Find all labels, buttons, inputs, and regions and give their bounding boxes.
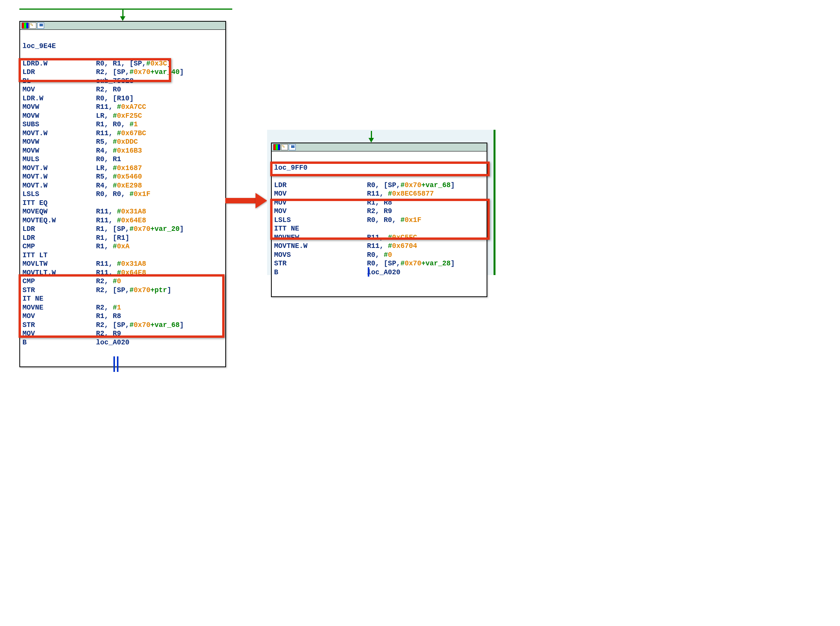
operands: R11, #0x8EC65877 <box>367 189 434 198</box>
mnemonic: MOVNE <box>22 303 96 312</box>
operands: R1, #0xA <box>96 242 129 251</box>
asm-line: MOVTLT.WR11, #0x64E8 <box>22 268 223 277</box>
mnemonic: MOVT.W <box>22 172 96 181</box>
asm-line: MOVSR0, #0 <box>274 251 484 260</box>
asm-line: MOVNEWR11, #0xC5FC <box>274 233 484 242</box>
asm-line: MOVR2, R9 <box>274 207 484 216</box>
mnemonic: MOVW <box>22 138 96 146</box>
block-label: loc_9E4E <box>22 42 56 51</box>
mnemonic: LDR.W <box>22 94 96 103</box>
asm-line: IT NE <box>22 294 223 303</box>
asm-line: ITT LT <box>22 251 223 260</box>
mnemonic: LDR <box>22 225 96 234</box>
mnemonic: LDRD.W <box>22 59 96 68</box>
asm-line: MOVT.WR4, #0xE298 <box>22 181 223 190</box>
operands: R1, R8 <box>367 198 392 207</box>
operands: loc_A020 <box>96 338 129 347</box>
basic-block-left[interactable]: loc_9E4E LDRD.WR0, R1, [SP,#0x3C]LDRR2, … <box>19 21 226 367</box>
asm-line: MOVNER2, #1 <box>22 303 223 312</box>
operands: R2, [SP,#0x70+var_40] <box>96 68 184 77</box>
mnemonic: MOV <box>22 85 96 94</box>
asm-line: MOVR1, R8 <box>274 198 484 207</box>
link-arrow-icon <box>225 193 268 208</box>
edge-arrowhead-icon <box>369 138 374 143</box>
asm-line: ITT EQ <box>22 199 223 208</box>
block-code: loc_9E4E LDRD.WR0, R1, [SP,#0x3C]LDRR2, … <box>20 30 225 366</box>
operands: R2, R0 <box>96 85 121 94</box>
operands: R0, #0 <box>367 251 392 260</box>
asm-line: LDR.WR0, [R10] <box>22 94 223 103</box>
operands: R5, #0xDDC <box>96 138 138 146</box>
mnemonic: STR <box>22 286 96 295</box>
mnemonic: LDR <box>22 68 96 77</box>
asm-line: Bloc_A020 <box>22 338 223 347</box>
operands: R11, #0x31A8 <box>96 260 146 268</box>
mnemonic: LDR <box>22 234 96 242</box>
operands: R11, #0x31A8 <box>96 207 146 216</box>
edit-icon[interactable] <box>281 144 288 150</box>
asm-line: MULSR0, R1 <box>22 155 223 164</box>
operands: R0, [SP,#0x70+var_68] <box>367 181 455 190</box>
operands: LR, #0x1687 <box>96 164 142 173</box>
operands: R11, #0x67BC <box>96 129 146 138</box>
asm-line: STRR2, [SP,#0x70+var_68] <box>22 321 223 330</box>
window-icon[interactable] <box>289 144 296 150</box>
asm-line: MOVR2, R9 <box>22 329 223 338</box>
asm-line: MOVR11, #0x8EC65877 <box>274 189 484 198</box>
operands: R1, [SP,#0x70+var_20] <box>96 225 184 234</box>
asm-line: SUBSR1, R0, #1 <box>22 120 223 129</box>
edge-arrowhead-icon <box>120 16 125 21</box>
mnemonic: MOVNEW <box>274 233 367 242</box>
mnemonic: MOV <box>22 312 96 321</box>
operands: R1, [R1] <box>96 234 129 242</box>
basic-block-right[interactable]: loc_9FF0 LDRR0, [SP,#0x70+var_68]MOVR11,… <box>271 143 487 297</box>
window-icon[interactable] <box>37 22 44 29</box>
block-toolbar <box>272 143 487 151</box>
edge-segment-blue <box>113 356 115 372</box>
operands: R11, #0xA7CC <box>96 103 146 112</box>
operands: R11, #0x6704 <box>367 242 417 251</box>
block-toolbar <box>20 22 225 30</box>
asm-line: Bloc_A020 <box>274 268 484 277</box>
mnemonic: LSLS <box>274 216 367 225</box>
asm-line: LDRR2, [SP,#0x70+var_40] <box>22 68 223 77</box>
edge-segment <box>494 130 495 275</box>
mnemonic: STR <box>274 259 367 268</box>
mnemonic: MOV <box>274 189 367 198</box>
mnemonic: MOVTNE.W <box>274 242 367 251</box>
mnemonic: SUBS <box>22 120 96 129</box>
operands: loc_A020 <box>367 268 400 277</box>
asm-line: MOVWR5, #0xDDC <box>22 138 223 146</box>
asm-line: LSLSR0, R0, #0x1F <box>22 190 223 199</box>
operands: R0, [R10] <box>96 94 134 103</box>
edge-segment-blue <box>117 356 118 372</box>
mnemonic: MOVT.W <box>22 181 96 190</box>
mnemonic: CMP <box>22 242 96 251</box>
operands: R0, [SP,#0x70+var_28] <box>367 259 455 268</box>
asm-line: STRR0, [SP,#0x70+var_28] <box>274 259 484 268</box>
edge-segment-blue <box>368 267 369 277</box>
operands: sub_753E8 <box>96 77 134 86</box>
color-palette-icon[interactable] <box>22 22 29 29</box>
mnemonic: MOVT.W <box>22 129 96 138</box>
asm-line: MOVT.WR5, #0x5460 <box>22 172 223 181</box>
operands: LR, #0xF25C <box>96 112 142 120</box>
asm-line: LDRD.WR0, R1, [SP,#0x3C] <box>22 59 223 68</box>
operands: R1, R8 <box>96 312 121 321</box>
asm-line: MOVT.WR11, #0x67BC <box>22 129 223 138</box>
operands: R2, [SP,#0x70+var_68] <box>96 321 184 330</box>
mnemonic: MOVEQW <box>22 207 96 216</box>
mnemonic: MOVT.W <box>22 164 96 173</box>
operands: R0, R1, [SP,#0x3C] <box>96 59 171 68</box>
asm-line: CMPR1, #0xA <box>22 242 223 251</box>
disasm-graph: loc_9E4E LDRD.WR0, R1, [SP,#0x3C]LDRR2, … <box>8 8 511 414</box>
operands: R5, #0x5460 <box>96 172 142 181</box>
color-palette-icon[interactable] <box>273 144 280 150</box>
edit-icon[interactable] <box>29 22 36 29</box>
mnemonic: MOVW <box>22 112 96 120</box>
asm-line: LDRR1, [R1] <box>22 234 223 242</box>
operands: R4, #0x16B3 <box>96 146 142 155</box>
mnemonic: ITT NE <box>274 224 367 233</box>
mnemonic: MOVW <box>22 146 96 155</box>
asm-line: STRR2, [SP,#0x70+ptr] <box>22 286 223 295</box>
